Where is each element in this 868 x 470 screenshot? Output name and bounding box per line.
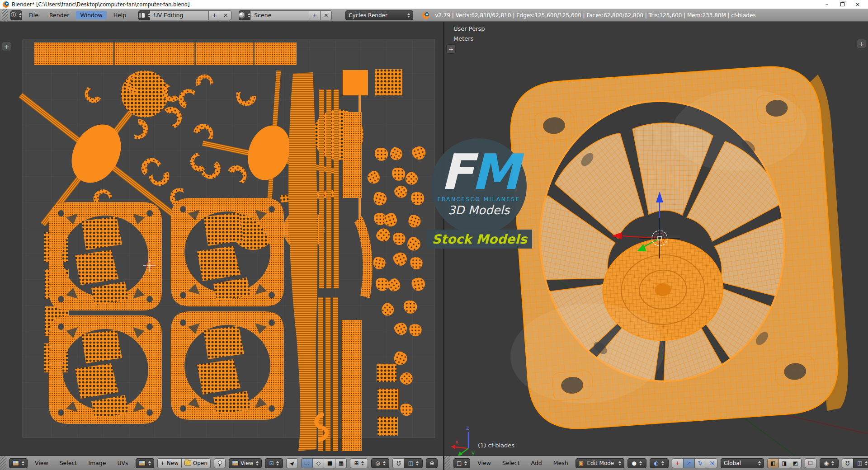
cube-tex-icon: ◨ [782,460,787,466]
pivot-point-select[interactable]: ◐ [650,458,669,468]
screen-layout-name[interactable]: UV Editing [150,10,209,20]
mode-select[interactable]: ▣ Edit Mode [576,458,624,468]
occlude-icon: ☐ [808,460,813,466]
menu-window[interactable]: Window [76,11,106,19]
proportional-icon: ◉ [824,460,828,466]
menu-render[interactable]: Render [45,11,74,19]
pivot-icon: ◎ [375,460,380,466]
uv-proportional-edit-select[interactable]: ◎ [371,458,389,468]
restore-button[interactable] [835,0,850,9]
3d-editor-type-button[interactable]: □ [453,458,470,468]
uv-menu-uvs[interactable]: UVs [113,459,132,467]
spin-arrows-icon [618,461,621,465]
proportional-edit-select[interactable]: ◉ [820,458,839,468]
spin-arrows-icon [464,461,467,465]
menu-help[interactable]: Help [109,11,131,19]
pin-icon [217,460,223,466]
add-scene-button[interactable]: + [309,10,321,20]
select-visibility-buttons: ◧ ◨ ◩ [767,458,802,468]
manipulator-rotate-button[interactable]: ↻ [694,458,706,468]
uv-sync-selection-toggle[interactable]: ▶ [286,458,298,468]
3d-header-grip[interactable] [444,456,450,470]
face-select-button[interactable]: ◩ [790,458,802,468]
uv-sticky-select-select[interactable]: ⊞ [350,458,368,468]
snap-element-icon: ◫ [857,460,862,466]
editor-type-info-button[interactable]: ⓘ [10,10,22,20]
cube-wire-icon: ◩ [793,460,798,466]
transform-orientation-select[interactable]: Global [721,458,764,468]
properties-expand-tab[interactable]: + [857,39,866,48]
uv-pivot-center-select[interactable]: ⊡ [265,458,283,468]
watermark-name: FRANCESCO MILANESE [438,196,520,202]
uv-selection-mode-buttons: ∷ ◇ ■ ▦ [301,458,347,468]
uv-view-mode-select[interactable]: View [229,458,262,468]
blender-logo-icon [422,12,429,19]
viewport-shading-select[interactable]: ● [627,458,646,468]
uv-snap-toggle[interactable]: Ω [392,458,404,468]
uv-region-expand-tab[interactable]: + [2,42,11,51]
spin-arrows-icon [383,461,386,465]
render-engine-label: Cycles Render [349,12,387,19]
close-layout-button[interactable]: × [220,10,231,20]
snap-element-select[interactable]: ◫ [853,458,868,468]
watermark-initials: FM [440,153,517,192]
manipulator-scale-button[interactable]: ⇲ [706,458,717,468]
toolshelf-expand-tab[interactable]: + [446,44,456,54]
scene-browse-button[interactable] [239,10,250,20]
uv-island-square [343,70,368,95]
new-image-label: New [167,460,179,466]
manipulator-translate-button[interactable]: ↗ [683,458,695,468]
uv-snap-element-select[interactable]: ◫ [404,458,423,468]
3d-menu-add[interactable]: Add [527,459,546,467]
spin-arrows-icon [19,13,22,18]
uv-island-square [375,69,402,95]
uv-header-grip[interactable] [0,456,6,470]
uv-normals-button[interactable]: ⊕ [426,458,438,468]
uv-menu-select[interactable]: Select [56,459,81,467]
minimize-button[interactable]: – [819,0,835,9]
restore-icon [840,2,844,6]
snap-toggle[interactable]: Ω [842,458,854,468]
occlude-geometry-toggle[interactable]: ☐ [805,458,816,468]
uv-edge-mode-button[interactable]: ◇ [312,458,324,468]
uv-menu-image[interactable]: Image [84,459,110,467]
spin-arrows-icon [256,461,259,465]
edge-select-button[interactable]: ◨ [778,458,790,468]
uv-canvas[interactable] [0,22,443,456]
new-image-button[interactable]: + New [157,458,182,468]
plus-icon: + [160,460,165,466]
open-image-button[interactable]: Open [181,458,211,468]
spin-arrows-icon [22,461,24,465]
header-grip[interactable] [2,9,8,22]
add-layout-button[interactable]: + [208,10,220,20]
spin-arrows-icon [276,461,279,465]
uv-menu-view[interactable]: View [31,459,52,467]
render-engine-select[interactable]: Cycles Render [345,10,413,20]
vertex-select-button[interactable]: ◧ [767,458,779,468]
pin-image-button[interactable] [214,458,226,468]
window-title: Blender* [C:\Users\franc\Desktop\compute… [12,1,190,8]
uv-island-square [377,364,396,382]
close-scene-button[interactable]: × [320,10,332,20]
uv-island-square [377,417,398,436]
manipulator-rotate-icon: ↻ [698,460,703,466]
uv-island-mode-button[interactable]: ▦ [335,458,347,468]
uv-editor-type-button[interactable] [9,458,28,468]
cursor-select-icon: ▶ [289,460,295,466]
3d-menu-mesh[interactable]: Mesh [549,459,572,467]
manipulator-toggle-button[interactable]: + [672,458,684,468]
uv-face-mode-button[interactable]: ■ [324,458,335,468]
scene-name[interactable]: Scene [250,10,309,20]
edit-mode-icon: ▣ [579,460,584,466]
uv-vertex-mode-button[interactable]: ∷ [301,458,313,468]
close-button[interactable]: × [850,0,865,9]
screen-layout-button[interactable] [138,10,150,20]
image-datablock-browse[interactable] [136,458,154,468]
image-icon [139,461,146,466]
menu-file[interactable]: File [25,11,42,19]
3d-menu-view[interactable]: View [473,459,495,467]
uv-view-mode-label: View [241,460,253,466]
uv-island-mode-icon: ▦ [339,460,344,466]
3d-menu-select[interactable]: Select [498,459,524,467]
center-view-icon: ⊡ [269,460,274,466]
